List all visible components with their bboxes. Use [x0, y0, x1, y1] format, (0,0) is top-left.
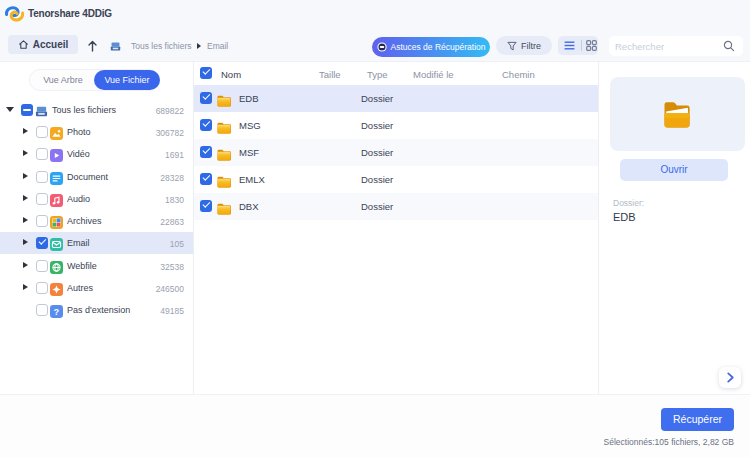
svg-text:?: ?	[54, 306, 59, 316]
